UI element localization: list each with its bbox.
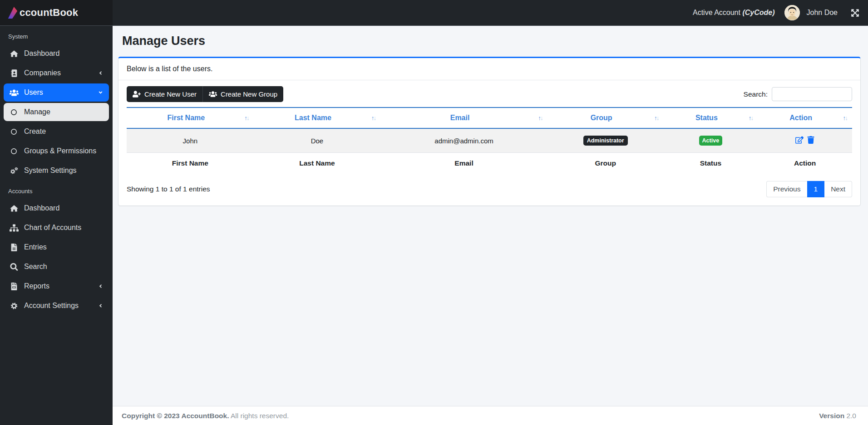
- chevron-left-icon: [98, 70, 103, 76]
- card-body: Create New User Create New Group Search:: [118, 80, 860, 205]
- sidebar-item-reports[interactable]: Reports: [4, 277, 109, 295]
- table-footer-row: First Name Last Name Email Group Status …: [127, 153, 852, 174]
- sidebar-item-label: Groups & Permissions: [24, 147, 96, 155]
- circle-icon: [10, 128, 17, 135]
- file-icon: [10, 244, 19, 251]
- create-new-group-button[interactable]: Create New Group: [202, 86, 283, 102]
- sidebar-item-manage[interactable]: Manage: [4, 103, 109, 121]
- address-book-icon: [10, 69, 19, 77]
- nav-section-accounts: Accounts: [8, 188, 109, 195]
- create-new-user-button[interactable]: Create New User: [127, 86, 202, 102]
- active-account-code: (CyCode): [742, 9, 774, 16]
- trash-icon[interactable]: [807, 136, 815, 144]
- footer-email: Email: [380, 153, 547, 174]
- cogs-icon: [10, 167, 19, 175]
- column-label: Email: [450, 114, 470, 122]
- circle-icon: [10, 109, 17, 116]
- sitemap-icon: [10, 224, 19, 232]
- brand[interactable]: ccountBook: [0, 0, 113, 26]
- sidebar-item-users[interactable]: Users: [4, 83, 109, 102]
- avatar[interactable]: [784, 5, 800, 20]
- footer-first-name: First Name: [127, 153, 254, 174]
- cell-last-name: Doe: [254, 128, 381, 153]
- edit-icon[interactable]: [795, 136, 804, 144]
- circle-icon: [10, 148, 17, 155]
- sidebar-item-label: Entries: [24, 243, 47, 251]
- entries-info: Showing 1 to 1 of 1 entries: [127, 185, 210, 193]
- topbar: Active Account (CyCode) John Doe: [113, 0, 868, 26]
- sidebar-item-search[interactable]: Search: [4, 258, 109, 276]
- table-row: John Doe admin@admin.com Administrator A…: [127, 128, 852, 153]
- column-header-group[interactable]: Group↑↓: [547, 107, 664, 128]
- version-label: Version: [819, 412, 844, 420]
- active-account-label: Active Account: [693, 9, 742, 16]
- button-label: Create New User: [144, 90, 197, 98]
- column-header-action[interactable]: Action↑↓: [758, 107, 852, 128]
- sort-icon: ↑↓: [244, 115, 250, 122]
- sidebar-item-dashboard-accounts[interactable]: Dashboard: [4, 199, 109, 217]
- create-button-group: Create New User Create New Group: [127, 86, 283, 102]
- version-value: 2.0: [844, 412, 856, 420]
- column-header-status[interactable]: Status↑↓: [663, 107, 758, 128]
- brand-name: ccountBook: [20, 7, 78, 19]
- page-footer: Copyright © 2023 AccountBook. All rights…: [113, 406, 868, 425]
- pagination-page-1-button[interactable]: 1: [807, 181, 825, 197]
- pagination-previous-button[interactable]: Previous: [766, 181, 807, 197]
- footer-group: Group: [547, 153, 664, 174]
- sidebar-item-label: Search: [24, 263, 47, 271]
- column-label: Status: [695, 114, 718, 122]
- sort-icon: ↑↓: [538, 115, 543, 122]
- copyright-rest: All rights reserved.: [229, 412, 289, 420]
- cell-email: admin@admin.com: [380, 128, 547, 153]
- column-label: First Name: [167, 114, 205, 122]
- search-input[interactable]: [772, 87, 852, 101]
- footer-status: Status: [663, 153, 758, 174]
- sidebar-item-companies[interactable]: Companies: [4, 64, 109, 82]
- sidebar-item-groups-permissions[interactable]: Groups & Permissions: [4, 142, 109, 160]
- users-icon: [10, 89, 19, 97]
- column-header-first-name[interactable]: First Name↑↓: [127, 107, 254, 128]
- sidebar-item-entries[interactable]: Entries: [4, 238, 109, 256]
- pagination-next-button[interactable]: Next: [824, 181, 852, 197]
- brand-logo-icon: [7, 6, 18, 19]
- sort-icon: ↑↓: [654, 115, 660, 122]
- column-header-last-name[interactable]: Last Name↑↓: [254, 107, 381, 128]
- search-icon: [10, 263, 19, 271]
- page-title: Manage Users: [122, 34, 861, 48]
- user-name[interactable]: John Doe: [807, 9, 838, 17]
- column-header-email[interactable]: Email↑↓: [380, 107, 547, 128]
- cell-action: [758, 128, 852, 153]
- cell-group: Administrator: [547, 128, 664, 153]
- chevron-left-icon: [98, 303, 103, 308]
- copyright-strong: Copyright © 2023 AccountBook.: [122, 412, 229, 420]
- table-header-row: First Name↑↓ Last Name↑↓ Email↑↓ Group↑↓…: [127, 107, 852, 128]
- sidebar: ccountBook System Dashboard Companies Us…: [0, 0, 113, 425]
- footer-last-name: Last Name: [254, 153, 381, 174]
- sidebar-item-label: Account Settings: [24, 302, 79, 310]
- button-label: Create New Group: [221, 90, 277, 98]
- home-icon: [10, 50, 19, 58]
- card-header-text: Below is a list of the users.: [118, 58, 860, 80]
- users-icon: [209, 91, 217, 98]
- sidebar-item-dashboard-system[interactable]: Dashboard: [4, 44, 109, 63]
- home-icon: [10, 205, 19, 212]
- sidebar-nav: System Dashboard Companies Users Manage …: [0, 26, 113, 316]
- nav-section-system: System: [8, 33, 109, 40]
- user-avatar-icon: [784, 5, 800, 20]
- sidebar-item-system-settings[interactable]: System Settings: [4, 161, 109, 180]
- copyright-text: Copyright © 2023 AccountBook. All rights…: [122, 412, 289, 420]
- sort-icon: ↑↓: [843, 115, 848, 122]
- sort-icon: ↑↓: [371, 115, 377, 122]
- sidebar-item-create[interactable]: Create: [4, 122, 109, 141]
- sidebar-item-account-settings[interactable]: Account Settings: [4, 297, 109, 315]
- file-invoice-icon: [10, 283, 19, 290]
- sidebar-item-label: Dashboard: [24, 204, 59, 212]
- chevron-left-icon: [98, 283, 103, 289]
- status-badge: Active: [699, 136, 723, 146]
- sidebar-item-chart-of-accounts[interactable]: Chart of Accounts: [4, 219, 109, 237]
- version-text: Version 2.0: [819, 412, 856, 420]
- column-label: Group: [591, 114, 612, 122]
- expand-arrows-icon[interactable]: [851, 9, 859, 17]
- group-badge: Administrator: [583, 136, 628, 146]
- search-label: Search:: [744, 90, 768, 98]
